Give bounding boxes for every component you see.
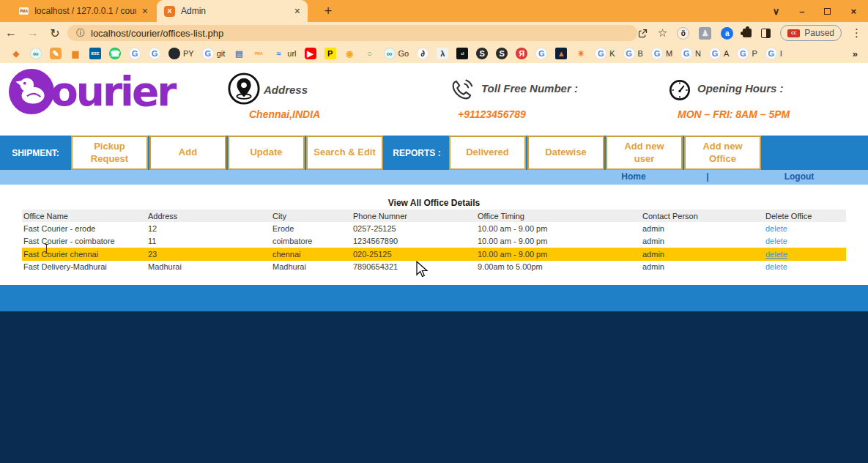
bookmark-s-site[interactable]: S bbox=[476, 48, 488, 59]
tab-admin[interactable]: X Admin × bbox=[157, 0, 308, 22]
courier-logo: ourier bbox=[9, 69, 174, 114]
minimize-button[interactable]: – bbox=[799, 6, 804, 17]
extensions-puzzle-icon[interactable] bbox=[743, 29, 752, 37]
nav-button-add-new-user[interactable]: Add new user bbox=[606, 136, 683, 170]
bookmark-geeksforgeeks[interactable]: ∞ bbox=[30, 48, 42, 59]
bookmark-cl-site[interactable]: cl bbox=[456, 48, 468, 59]
panda-extension-icon[interactable]: ö bbox=[677, 27, 689, 40]
bookmark-analytics[interactable]: ▆ bbox=[70, 48, 81, 59]
nav-button-datewise[interactable]: Datewise bbox=[527, 136, 604, 170]
text-cursor bbox=[44, 244, 49, 253]
bookmark-google[interactable]: GN bbox=[680, 48, 701, 59]
bookmark-bird-site[interactable]: ∂ bbox=[417, 48, 429, 59]
menu-kebab-icon[interactable]: ⋮ bbox=[851, 26, 862, 40]
nav-button-search-edit[interactable]: Search & Edit bbox=[306, 136, 383, 170]
home-link[interactable]: Home bbox=[601, 171, 667, 182]
bookmarks-overflow-icon[interactable]: » bbox=[847, 48, 858, 59]
bookmark-person-site[interactable]: λ bbox=[437, 48, 448, 59]
bookmark-matlab[interactable]: ▲ bbox=[555, 48, 567, 59]
bookmark-label: K bbox=[609, 49, 615, 58]
bookmark-marker[interactable]: ◆ bbox=[10, 48, 22, 59]
profile-extension-icon[interactable]: ♟ bbox=[699, 27, 711, 40]
nav-button-add-new-office[interactable]: Add new Office bbox=[684, 136, 761, 170]
tab-bar: PMA localhost / 127.0.0.1 / courier / tb… bbox=[0, 0, 868, 22]
offices-table: Office NameAddressCityPhone NumnerOffice… bbox=[22, 210, 846, 273]
site-info-icon[interactable]: ⓘ bbox=[76, 27, 85, 40]
column-header: City bbox=[271, 212, 352, 221]
forward-icon[interactable]: → bbox=[22, 26, 44, 40]
bookmark-star-icon[interactable]: ☆ bbox=[658, 26, 667, 40]
bookmark-p-site[interactable]: P bbox=[324, 48, 336, 59]
go-site-icon: ∞ bbox=[384, 48, 396, 59]
bookmark-google[interactable]: G bbox=[149, 48, 160, 59]
bookmark-label: N bbox=[695, 49, 701, 58]
printer-icon: ▤ bbox=[233, 48, 245, 59]
nav-button-delivered[interactable]: Delivered bbox=[449, 136, 526, 170]
bookmark-url-tool[interactable]: ≈url bbox=[272, 48, 296, 59]
paused-extension-button[interactable]: CC Paused bbox=[780, 25, 842, 41]
bookmark-google[interactable]: GA bbox=[709, 48, 729, 59]
ring-site-icon: ○ bbox=[364, 48, 376, 59]
delete-link[interactable]: delete bbox=[765, 224, 787, 233]
tab-close-icon[interactable]: × bbox=[142, 5, 148, 17]
share-icon[interactable] bbox=[637, 28, 648, 39]
phone-icon bbox=[449, 78, 474, 105]
google-icon: G bbox=[765, 48, 777, 59]
bookmark-youtube[interactable]: ▶ bbox=[305, 48, 316, 59]
bookmark-printer[interactable]: ▤ bbox=[233, 48, 245, 59]
a-extension-icon[interactable]: a bbox=[721, 27, 733, 40]
nav-button-add[interactable]: Add bbox=[149, 136, 226, 170]
bookmark-ring-site[interactable]: ○ bbox=[364, 48, 376, 59]
table-header-row: Office NameAddressCityPhone NumnerOffice… bbox=[22, 210, 846, 222]
tab-title: localhost / 127.0.0.1 / courier / tb bbox=[34, 6, 136, 16]
bookmark-google[interactable]: GK bbox=[595, 48, 615, 59]
paused-label: Paused bbox=[804, 28, 834, 38]
cell-phone: 7890654321 bbox=[352, 262, 476, 271]
bookmark-google[interactable]: Ggit bbox=[202, 48, 226, 59]
bird-site-icon: ∂ bbox=[417, 48, 429, 59]
cell-office: Fast Courier - coimbatore bbox=[22, 237, 146, 245]
bookmark-google[interactable]: GP bbox=[737, 48, 757, 59]
google-icon: G bbox=[680, 48, 692, 59]
delete-link[interactable]: delete bbox=[765, 237, 787, 245]
tab-phpmyadmin[interactable]: PMA localhost / 127.0.0.1 / courier / tb… bbox=[12, 0, 155, 22]
geeksforgeeks-icon: ∞ bbox=[30, 48, 42, 59]
page-content: View All Office Details Office NameAddre… bbox=[0, 185, 868, 285]
column-header: Address bbox=[146, 212, 271, 221]
bookmark-github[interactable]: PY bbox=[168, 48, 194, 59]
bookmark-phpmyadmin[interactable]: PMA bbox=[253, 48, 264, 59]
tollfree-label: Toll Free Number : bbox=[481, 82, 578, 95]
cell-timing: 10.00 am - 9.00 pm bbox=[476, 224, 641, 233]
hours-value: MON – FRI: 8AM – 5PM bbox=[678, 108, 790, 120]
nav-button-update[interactable]: Update bbox=[228, 136, 305, 170]
bookmark-google[interactable]: GI bbox=[765, 48, 782, 59]
logout-link[interactable]: Logout bbox=[766, 171, 832, 182]
bookmark-camera-site[interactable]: ◉ bbox=[344, 48, 356, 59]
bookmark-edit-site[interactable]: ✎ bbox=[50, 48, 62, 59]
browser-window: PMA localhost / 127.0.0.1 / courier / tb… bbox=[0, 0, 868, 463]
tab-close-icon[interactable]: × bbox=[294, 5, 300, 17]
reload-icon[interactable]: ↻ bbox=[44, 26, 66, 40]
maximize-button[interactable] bbox=[824, 8, 831, 15]
reading-mode-icon[interactable] bbox=[761, 29, 771, 38]
nav-button-pickup-request[interactable]: Pickup Request bbox=[71, 136, 148, 170]
close-window-button[interactable]: × bbox=[850, 6, 856, 17]
tab-search-icon[interactable]: ∨ bbox=[773, 6, 780, 17]
bookmark-yandex[interactable]: Я bbox=[516, 48, 527, 59]
bookmark-google[interactable]: G bbox=[535, 48, 547, 59]
bookmark-whatsapp[interactable]: ☎ bbox=[109, 48, 121, 59]
bookmark-s-site[interactable]: S bbox=[496, 48, 508, 59]
bookmark-google[interactable]: GB bbox=[623, 48, 643, 59]
footer-navy bbox=[0, 311, 868, 463]
new-tab-button[interactable]: + bbox=[319, 2, 337, 20]
delete-link[interactable]: delete bbox=[765, 250, 787, 259]
bookmark-eye-site[interactable]: ☀ bbox=[575, 48, 587, 59]
bookmark-go-site[interactable]: ∞Go bbox=[384, 48, 409, 59]
delete-link[interactable]: delete bbox=[765, 262, 787, 271]
address-bar[interactable]: ⓘ localhost/courier/offices-list.php bbox=[67, 25, 637, 41]
back-icon[interactable]: ← bbox=[0, 26, 22, 40]
bookmark-ieee[interactable]: IEEE bbox=[89, 48, 101, 59]
cell-office: Fast Delivery-Madhurai bbox=[22, 262, 146, 271]
bookmark-google[interactable]: G bbox=[129, 48, 141, 59]
bookmark-google[interactable]: GM bbox=[651, 48, 672, 59]
